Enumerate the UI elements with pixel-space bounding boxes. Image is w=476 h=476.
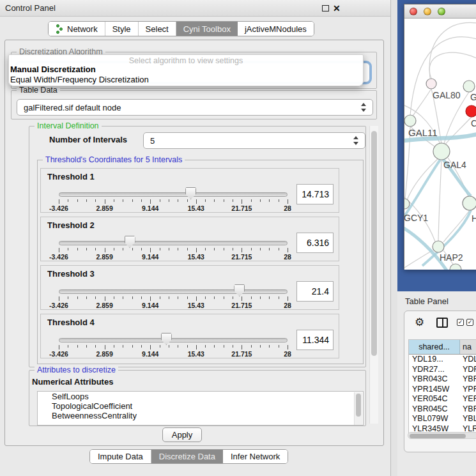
slider-track[interactable] [59,192,288,197]
combo-stepper-icon[interactable] [353,136,359,145]
slider-thumb[interactable] [234,284,245,296]
table-row[interactable]: YBR043CYBR0 [409,374,476,385]
traffic-light-close-icon[interactable] [410,8,417,15]
float-icon[interactable] [322,5,329,12]
network-window-titlebar[interactable] [404,4,476,19]
threshold-value-field[interactable]: 6.316 [296,233,334,253]
table-row[interactable]: YDL19...YDL1 [409,355,476,365]
threshold-value-field[interactable]: 21.4 [296,281,334,302]
table-header-row: shared... na [409,340,476,355]
slider-track[interactable] [59,289,288,294]
slider-thumb[interactable] [161,333,172,345]
cell-shared-name: YDL19... [409,355,460,365]
tab-cyni-toolbox[interactable]: Cyni Toolbox [176,22,238,36]
tab-select[interactable]: Select [139,22,176,36]
tab-infer-network[interactable]: Infer Network [223,450,288,463]
network-node[interactable] [426,79,436,89]
network-view-window[interactable]: GAL80GCGAL11GAL4GCY1HHAP2 [404,4,476,270]
table-row[interactable]: YDR27...YDR2 [409,365,476,375]
network-canvas[interactable]: GAL80GCGAL11GAL4GCY1HHAP2 [404,19,476,270]
scrollbar-thumb[interactable] [356,394,361,417]
network-edge[interactable] [429,22,476,78]
traffic-light-minimize-icon[interactable] [424,8,431,15]
table-row[interactable]: YPR145WYPR1 [409,385,476,395]
column-header-shared-name[interactable]: shared... [409,340,460,354]
attribute-list-item[interactable]: SelfLoops [38,392,363,401]
tab-discretize-data[interactable]: Discretize Data [151,450,223,463]
tick-label: 9.144 [142,253,158,261]
slider-track[interactable] [59,241,288,245]
tab-impute-data[interactable]: Impute Data [90,450,151,463]
table-row[interactable]: YER054CYER0 [409,394,476,404]
panel-splitter[interactable] [390,0,397,476]
toolbox-tab-bar: Network Style Select Cyni Toolbox jActiv… [48,21,314,36]
dropdown-item-equal-width[interactable]: Equal Width/Frequency Discretization [9,75,363,85]
attributes-group: Attributes to discretize Numerical Attri… [29,370,366,426]
scrollbar-thumb[interactable] [410,434,466,438]
num-intervals-combobox[interactable]: 5 [143,132,365,149]
attribute-list-item[interactable]: BetweennessCentrality [38,411,363,420]
network-node[interactable] [433,241,444,252]
combo-stepper-icon[interactable] [361,103,367,112]
tick-label: -3.426 [49,253,68,261]
numerical-attributes-list[interactable]: SelfLoopsTopologicalCoefficientBetweenne… [37,391,364,426]
settings-vertical-scrollbar[interactable] [369,126,378,424]
network-node[interactable] [466,105,476,117]
cell-name: YPR1 [460,385,476,395]
tick-label: 28 [284,302,291,309]
network-edge[interactable] [407,159,438,200]
checkbox-icon[interactable]: ✓ [466,319,473,326]
network-edge[interactable] [443,210,470,242]
split-view-icon[interactable] [436,318,448,328]
dropdown-item-manual[interactable]: Manual Discretization [9,65,363,75]
slider-ticks [59,345,288,350]
tab-network[interactable]: Network [49,22,105,36]
cell-name: YDR2 [460,365,476,375]
slider-tick-labels: -3.4262.8599.14415.4321.71528 [59,350,288,358]
gear-icon[interactable]: ⚙ [415,316,424,329]
attribute-list-item[interactable]: TopologicalCoefficient [38,401,363,411]
network-node[interactable] [450,264,461,270]
threshold-label: Threshold 3 [47,269,95,279]
apply-button[interactable]: Apply [162,427,202,442]
tick-label: 2.859 [96,253,112,261]
network-tab-icon [56,24,64,34]
close-icon[interactable]: ✕ [333,3,341,14]
cell-shared-name: YBL079W [409,414,460,424]
table-data-combo-value: galFiltered.sif default node [24,100,121,116]
slider-thumb[interactable] [125,236,135,248]
tick-label: 2.859 [96,204,112,212]
network-node[interactable] [463,81,475,92]
dropdown-prompt: Select algorithm to view settings [9,55,363,65]
network-edge[interactable] [445,117,472,145]
table-horizontal-scrollbar[interactable] [408,432,476,439]
traffic-light-zoom-icon[interactable] [438,8,445,15]
tick-label: 15.43 [188,253,204,261]
network-edge[interactable] [429,52,476,79]
network-node[interactable] [463,196,476,210]
slider-track[interactable] [59,338,288,342]
threshold-label: Threshold 2 [47,220,95,230]
cell-name: YBR0 [460,374,476,385]
threshold-value-field[interactable]: 14.713 [296,184,334,204]
network-node[interactable] [433,143,450,160]
tick-label: -3.426 [49,350,68,358]
network-edge[interactable] [413,89,431,116]
scrollbar-thumb[interactable] [371,131,377,356]
table-data-combobox[interactable]: galFiltered.sif default node [17,99,373,116]
checkbox-icon[interactable]: ✓ [457,319,464,326]
network-node[interactable] [404,115,416,127]
slider-thumb[interactable] [185,187,196,199]
column-header-name[interactable]: na [460,340,476,354]
tab-style[interactable]: Style [105,22,139,36]
table-rows: YDL19...YDL1YDR27...YDR2YBR043CYBR0YPR14… [409,355,476,436]
network-edge[interactable] [438,160,441,241]
list-vertical-scrollbar[interactable] [354,392,362,426]
network-edge[interactable] [410,37,476,115]
network-graph: GAL80GCGAL11GAL4GCY1HHAP2 [404,19,476,270]
table-row[interactable]: YBL079WYBL0 [409,414,476,424]
tab-jactivemnodules[interactable]: jActiveMNodules [238,22,314,36]
threshold-value-field[interactable]: 11.344 [296,330,334,350]
numerical-attributes-label: Numerical Attributes [32,377,113,387]
table-row[interactable]: YBR045CYBR0 [409,404,476,415]
